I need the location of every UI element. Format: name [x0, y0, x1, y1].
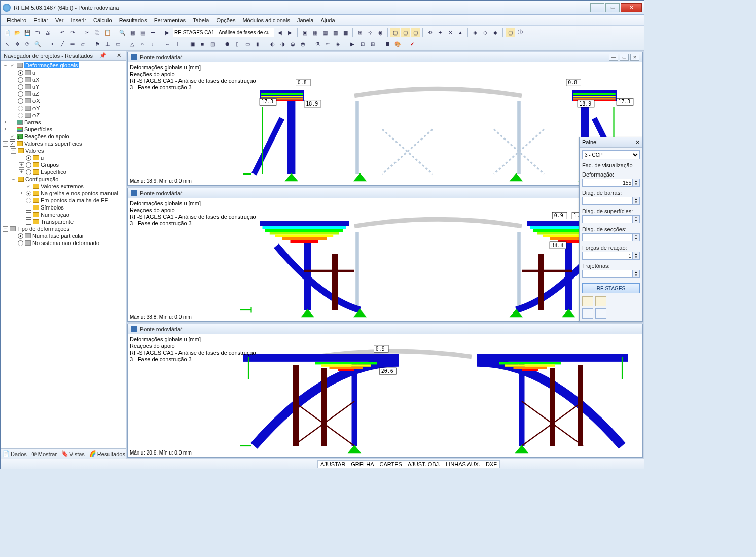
tree-numer[interactable]: Numeração [41, 212, 69, 218]
tb-help-icon[interactable]: ▢ [506, 28, 515, 37]
doc-canvas-1[interactable]: Deformações globais u [mm]Reações do apo… [128, 62, 642, 185]
tb2-filter-icon[interactable]: ⚗ [313, 39, 322, 48]
status-cartes[interactable]: CARTES [377, 460, 405, 468]
tb2-grid2-icon[interactable]: ⊞ [368, 39, 377, 48]
tb2-hinge-icon[interactable]: ○ [138, 39, 147, 48]
tb-view2-icon[interactable]: ▦ [310, 28, 319, 37]
checkbox[interactable] [26, 212, 31, 218]
tb-render-icon[interactable]: ◉ [376, 28, 385, 37]
expander-icon[interactable]: + [3, 127, 8, 132]
tb2-dim-icon[interactable]: ↔ [163, 39, 172, 48]
status-linhasaux[interactable]: LINHAS AUX. [443, 460, 483, 468]
tb2-color-icon[interactable]: 🎨 [393, 39, 402, 48]
tb2-load-icon[interactable]: ↓ [148, 39, 157, 48]
tree-valores[interactable]: Valores [25, 148, 44, 154]
tb-info-icon[interactable]: ⓘ [516, 28, 525, 37]
tb-tool2-icon[interactable]: ✦ [436, 28, 445, 37]
tree-uz[interactable]: uZ [32, 91, 39, 97]
tb-tool1-icon[interactable]: ⟲ [425, 28, 435, 37]
tb2-trans-icon[interactable]: ▨ [208, 39, 217, 48]
rf-stages-button[interactable]: RF-STAGES [582, 283, 640, 293]
input-traj[interactable] [582, 270, 633, 278]
tree-valsup[interactable]: Valores nas superfícies [24, 141, 82, 147]
doc-canvas-2[interactable]: Deformações globais u [mm]Reações do apo… [128, 198, 642, 321]
tab-resultados[interactable]: 🌈Resultados [87, 449, 128, 459]
doc-canvas-3[interactable]: Deformações globais u [mm]Reações do apo… [128, 334, 642, 457]
sidebar-close-icon[interactable]: ✕ [115, 52, 123, 59]
tb-new-icon[interactable]: 📄 [3, 28, 12, 37]
input-seccoes[interactable] [582, 233, 633, 241]
tb-search-icon[interactable]: 🔍 [118, 28, 127, 37]
tb-copy-icon[interactable]: ⿻ [93, 28, 102, 37]
tree-pontosef[interactable]: Em pontos da malha de EF [41, 197, 108, 203]
tb2-line-icon[interactable]: ╱ [58, 39, 67, 48]
checkbox[interactable] [10, 120, 15, 125]
checkbox[interactable] [10, 127, 15, 132]
tab-vistas[interactable]: 🔖Vistas [59, 449, 87, 459]
tb-cut-icon[interactable]: ✂ [83, 28, 92, 37]
close-button[interactable]: ✕ [621, 3, 642, 12]
tb-misc1-icon[interactable]: ◈ [471, 28, 480, 37]
expander-icon[interactable]: + [19, 169, 24, 175]
panel-tool2-icon[interactable] [595, 296, 606, 306]
radio[interactable] [18, 240, 23, 246]
spin-buttons[interactable]: ▲▼ [633, 270, 640, 278]
radio[interactable] [26, 198, 31, 203]
tree-nodef[interactable]: No sistema não deformado [32, 240, 99, 246]
tb-mod1-icon[interactable]: ▢ [390, 28, 400, 37]
tb2-res1-icon[interactable]: ◐ [268, 39, 277, 48]
tb-view5-icon[interactable]: ▩ [341, 28, 350, 37]
tree-grupos[interactable]: Grupos [41, 162, 59, 168]
tree-barras[interactable]: Barras [24, 119, 41, 125]
tree-tipo[interactable]: Tipo de deformações [17, 226, 69, 232]
menu-ficheiro[interactable]: Ficheiro [4, 16, 29, 25]
tb-saveall-icon[interactable]: 🗃 [33, 28, 42, 37]
menu-inserir[interactable]: Inserir [67, 16, 89, 25]
tb2-flag-icon[interactable]: ⚑ [93, 39, 102, 48]
tb-mod3-icon[interactable]: ▢ [411, 28, 420, 37]
radio[interactable] [18, 113, 23, 118]
menu-janela[interactable]: Janela [294, 16, 316, 25]
tree-reac[interactable]: Reações do apoio [24, 133, 69, 140]
menu-editar[interactable]: Editar [30, 16, 51, 25]
menu-opcoes[interactable]: Opções [213, 16, 238, 25]
radio[interactable] [18, 91, 23, 97]
tree-transp[interactable]: Transparente [41, 219, 74, 225]
expander-icon[interactable]: + [19, 162, 24, 168]
tb-undo-icon[interactable]: ↶ [58, 28, 67, 37]
tb-save-icon[interactable]: 💾 [23, 28, 32, 37]
tb-print-icon[interactable]: 🖨 [43, 28, 52, 37]
expander-icon[interactable]: − [11, 148, 16, 154]
status-grelha[interactable]: GRELHA [348, 460, 377, 468]
tb-open-icon[interactable]: 📂 [13, 28, 22, 37]
tree-ux[interactable]: uX [32, 77, 39, 83]
tb-misc2-icon[interactable]: ◇ [481, 28, 490, 37]
expander-icon[interactable]: + [3, 120, 8, 125]
tb2-surface-icon[interactable]: ▱ [78, 39, 87, 48]
status-dxf[interactable]: DXF [483, 460, 500, 468]
menu-ver[interactable]: Ver [52, 16, 67, 25]
tb-grid-icon[interactable]: ⊞ [355, 28, 365, 37]
tb2-plate-icon[interactable]: ▭ [113, 39, 122, 48]
spin-buttons[interactable]: ▲▼ [633, 215, 640, 223]
tb-table-icon[interactable]: ▤ [138, 28, 147, 37]
menu-tabela[interactable]: Tabela [190, 16, 212, 25]
tree-uy[interactable]: uY [32, 84, 39, 90]
checkbox[interactable]: ✓ [26, 184, 31, 189]
tb2-res4-icon[interactable]: ◓ [298, 39, 307, 48]
tb-view3-icon[interactable]: ▧ [320, 28, 330, 37]
tb2-zoom-icon[interactable]: 🔍 [33, 39, 42, 48]
tb2-solid-icon[interactable]: ■ [198, 39, 207, 48]
spin-buttons[interactable]: ▲▼ [633, 179, 640, 187]
tb2-top-icon[interactable]: ▭ [243, 39, 252, 48]
tb-tool3-icon[interactable]: ✕ [446, 28, 455, 37]
pane-min-button[interactable]: — [609, 54, 618, 61]
tb2-clip-icon[interactable]: ✃ [323, 39, 332, 48]
tb-calc-icon[interactable]: ▶ [163, 28, 172, 37]
tb2-support-icon[interactable]: △ [128, 39, 137, 48]
panel-tool4-icon[interactable] [595, 308, 606, 319]
results-tree[interactable]: −✓Deformações globais ●u uX uY uZ φX φY … [1, 61, 126, 448]
checkbox[interactable] [26, 205, 31, 211]
radio[interactable] [18, 77, 23, 83]
tb2-res3-icon[interactable]: ◒ [288, 39, 297, 48]
